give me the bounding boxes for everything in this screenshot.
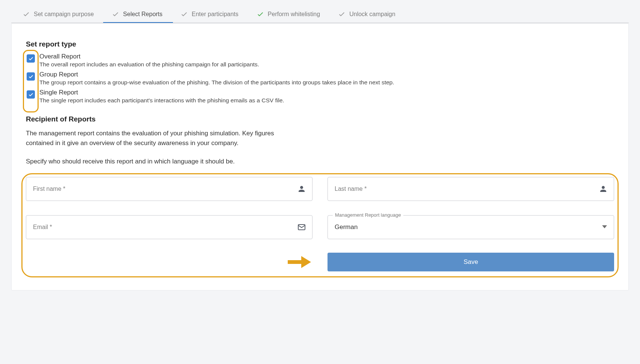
report-option-title: Single Report [39,89,284,96]
step-perform-whitelisting[interactable]: Perform whitelisting [257,10,320,18]
language-select[interactable]: Management Report language German [328,215,614,239]
check-icon [28,56,34,61]
step-select-reports[interactable]: Select Reports [112,10,162,18]
email-input[interactable] [33,224,292,231]
recipient-paragraph-2: Specify who should receive this report a… [26,157,300,166]
check-icon [28,74,34,79]
report-option-desc: The group report contains a group-wise e… [39,79,394,86]
stepper-active-indicator [103,22,173,23]
step-label: Unlock campaign [349,11,395,18]
report-option-group: Group Report The group report contains a… [27,71,614,86]
step-enter-participants[interactable]: Enter participants [180,10,239,18]
person-icon [599,184,608,193]
first-name-input[interactable] [33,186,292,192]
first-name-field[interactable] [26,177,312,201]
main-card: Set report type Overall Report The overa… [11,23,629,291]
check-icon [28,92,34,97]
step-unlock-campaign[interactable]: Unlock campaign [338,10,395,18]
report-option-title: Overall Report [39,53,259,60]
step-label: Set campaign purpose [34,11,94,18]
check-icon [180,10,188,18]
chevron-down-icon [602,224,607,231]
recipient-form-area: Management Report language German Save [26,175,614,271]
wizard-stepper: Set campaign purpose Select Reports Ente… [11,0,629,22]
check-icon [23,10,30,18]
report-type-heading: Set report type [26,40,614,48]
svg-rect-1 [288,260,301,264]
last-name-input[interactable] [335,186,593,192]
save-button[interactable]: Save [328,253,614,271]
last-name-field[interactable] [328,177,614,201]
checkbox-overall[interactable] [27,54,35,63]
check-icon [338,10,346,18]
language-select-value: German [335,223,358,231]
checkbox-single[interactable] [27,90,35,99]
email-field[interactable] [26,215,312,239]
step-label: Perform whitelisting [268,11,320,18]
language-select-label: Management Report language [333,212,403,218]
report-option-title: Group Report [39,71,394,78]
annotation-arrow-icon [288,256,311,268]
check-icon [112,10,119,18]
report-option-overall: Overall Report The overall report includ… [27,53,614,68]
report-option-desc: The single report includes each particip… [39,97,284,104]
step-label: Enter participants [192,11,239,18]
mail-icon [297,223,306,232]
person-icon [297,184,306,193]
stepper-underline [11,22,629,23]
recipient-paragraph-1: The management report contains the evalu… [26,129,300,148]
report-type-group: Overall Report The overall report includ… [26,53,614,104]
report-option-single: Single Report The single report includes… [27,89,614,104]
recipient-heading: Recipient of Reports [26,115,614,123]
report-option-desc: The overall report includes an evaluatio… [39,61,259,68]
step-set-campaign-purpose[interactable]: Set campaign purpose [23,10,94,18]
step-label: Select Reports [123,11,162,18]
checkbox-group[interactable] [27,72,35,81]
check-icon [257,10,264,18]
